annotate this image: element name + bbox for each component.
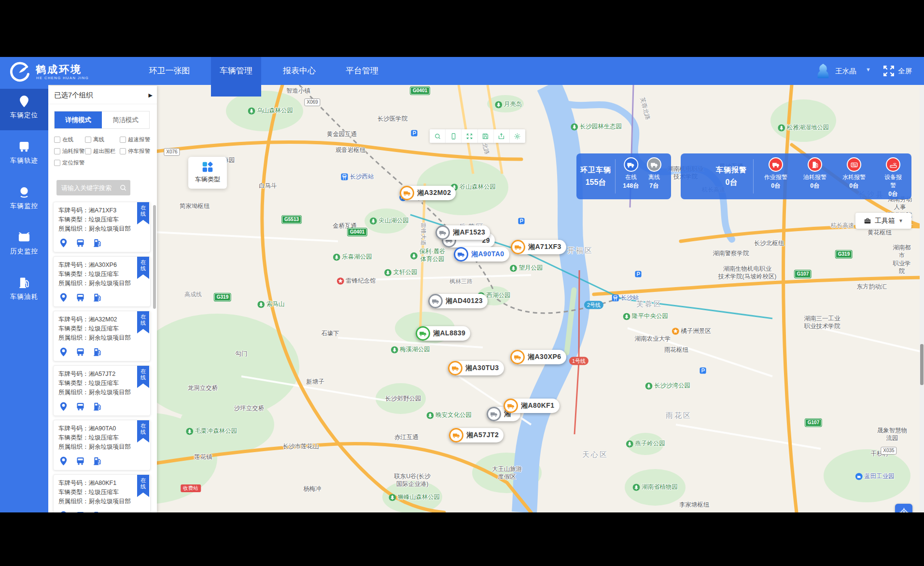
sidebar-item-车辆定位[interactable]: 车辆定位 [0,89,48,130]
vehicle-marker-湘A30TU3[interactable]: 湘A30TU3 [448,361,504,375]
page-scrollbar-thumb[interactable] [920,344,924,385]
card-actions [58,238,102,248]
vehicle-card-湘A90TA0[interactable]: 车牌号码：湘A90TA0车辆类型：垃圾压缩车所属组织：厨余垃圾项目部在 线 [53,420,151,470]
card-actions [58,347,102,357]
map-canvas[interactable]: 智造小镇X069G0401G0401乌山森林公园长沙医学院黄金园互通月亮岛银星湾… [46,85,924,512]
track-icon[interactable] [75,347,85,357]
vehicle-type-button[interactable]: 车辆类型 [188,157,227,189]
export-icon[interactable] [494,129,510,143]
locate-icon[interactable] [58,401,69,412]
track-icon[interactable] [75,401,85,412]
vehicle-marker-湘A80KF1[interactable]: 湘A80KF1 [504,399,560,413]
nav-tab-2[interactable]: 车辆管理 [211,57,261,97]
mobile-icon[interactable] [446,129,462,143]
checkbox[interactable] [120,148,126,154]
fuel-icon[interactable] [92,511,102,512]
expand-icon[interactable] [462,129,477,143]
vehicle-marker-湘AL8839[interactable]: 湘AL8839 [416,326,470,341]
fuel-icon[interactable] [92,456,102,466]
checkbox[interactable] [85,148,91,154]
checkbox[interactable] [85,137,91,143]
fuel-icon[interactable] [92,238,102,248]
magnifier-icon[interactable] [430,129,446,143]
locate-icon[interactable] [58,511,69,512]
search-input[interactable]: 请输入关键字搜索 [61,184,117,193]
settings-icon[interactable] [510,129,525,143]
locate-icon[interactable] [58,238,69,248]
fuel-icon[interactable] [92,347,102,357]
card-row: 所属组织：厨余垃圾项目部 [54,279,150,288]
tab-详情模式[interactable]: 详情模式 [55,111,102,128]
vehicle-marker-湘AF1523[interactable]: 湘AF1523 [435,225,490,240]
filter-checkbox-油耗报警[interactable]: 油耗报警 [54,148,85,155]
vehicle-marker-湘A71XF3[interactable]: 湘A71XF3 [511,240,566,254]
org-selector[interactable]: 已选7个组织 ▶ [48,86,157,104]
search-box[interactable]: 请输入关键字搜索 [56,180,130,195]
vehicle-marker-湘A32M02[interactable]: 湘A32M02 [400,186,456,200]
tree-icon [333,253,340,261]
org-expand-icon[interactable]: ▶ [149,86,153,104]
track-icon[interactable] [75,511,85,512]
map-label-park: 晚安文化公园 [426,412,472,419]
poi-text: 乌山森林公园 [257,107,293,115]
vehicle-marker-湘A57JT2[interactable]: 湘A57JT2 [449,428,504,442]
sidebar-item-车辆监控[interactable]: 车辆监控 [0,179,48,221]
vehicle-card-湘A80KF1[interactable]: 车牌号码：湘A80KF1车辆类型：垃圾压缩车所属组织：厨余垃圾项目部在 线 [53,474,151,512]
user-avatar[interactable] [815,63,831,79]
save-icon[interactable] [478,129,494,143]
fuel-icon[interactable] [92,292,102,303]
map-label-park: 文轩公园 [384,269,418,276]
filter-label: 停车报警 [128,148,150,155]
locate-icon[interactable] [58,292,69,303]
alarm-count: 0台 [842,182,866,190]
vehicle-marker-湘AD40123[interactable]: 湘AD40123 [428,294,488,308]
locate-icon[interactable] [58,347,69,357]
vehicle-card-湘A57JT2[interactable]: 车牌号码：湘A57JT2车辆类型：垃圾压缩车所属组织：厨余垃圾项目部在 线 [53,365,151,416]
page-scrollbar[interactable] [920,85,924,512]
filter-checkbox-超速报警[interactable]: 超速报警 [120,136,151,143]
map-label-road: 高成线 [184,290,202,299]
map-label-place: 湖南都市 职业学院 [891,244,913,275]
track-icon[interactable] [75,292,85,303]
locate-button[interactable] [895,504,912,512]
checkbox[interactable] [120,137,126,143]
sidebar-item-车辆轨迹[interactable]: 车辆轨迹 [0,134,48,176]
fuel-icon[interactable] [92,401,102,412]
tab-简洁模式[interactable]: 简洁模式 [102,111,149,128]
user-menu-caret-icon[interactable]: ▼ [866,67,871,72]
fullscreen-label[interactable]: 全屏 [898,67,912,76]
filter-checkbox-定位报警[interactable]: 定位报警 [54,159,85,166]
nav-tab-3[interactable]: 报表中心 [274,57,324,85]
sidebar-item-车辆油耗[interactable]: 车辆油耗 [0,270,48,312]
search-icon[interactable] [119,184,127,192]
vehicle-marker-湘A30XP6[interactable]: 湘A30XP6 [510,350,566,364]
vehicle-marker-湘A90TA0[interactable]: 湘A90TA0 [454,247,509,262]
track-icon[interactable] [75,238,85,248]
filter-label: 离线 [93,136,104,143]
parking-icon [635,271,642,278]
map-label-place: 莲花镇 [194,453,212,461]
tree-icon [410,252,418,260]
checkbox[interactable] [54,148,60,154]
fullscreen-icon[interactable] [882,65,895,77]
panel-scrollbar[interactable] [153,205,156,309]
vehicle-card-湘A30XP6[interactable]: 车牌号码：湘A30XP6车辆类型：垃圾压缩车所属组织：厨余垃圾项目部在 线 [53,256,151,307]
card-actions [58,401,102,412]
locate-icon[interactable] [58,456,69,466]
filter-checkbox-停车报警[interactable]: 停车报警 [120,148,151,155]
railsq-icon [612,294,619,302]
nav-tab-4[interactable]: 平台管理 [337,57,387,85]
checkbox[interactable] [54,160,60,166]
track-icon[interactable] [75,456,85,466]
vehicle-card-湘A32M02[interactable]: 车牌号码：湘A32M02车辆类型：垃圾压缩车所属组织：厨余垃圾项目部在 线 [53,311,151,361]
user-name[interactable]: 王水晶 [835,67,856,76]
filter-checkbox-在线[interactable]: 在线 [54,136,85,143]
checkbox[interactable] [54,137,60,143]
nav-tab-1[interactable]: 环卫一张图 [140,57,199,85]
filter-checkbox-离线[interactable]: 离线 [85,136,120,143]
sidebar-item-历史监控[interactable]: 历史监控 [0,225,48,266]
filter-checkbox-超出围栏[interactable]: 超出围栏 [85,148,120,155]
toolbox-button[interactable]: 工具箱 ▼ [855,213,911,229]
vehicle-card-湘A71XF3[interactable]: 车牌号码：湘A71XF3车辆类型：垃圾压缩车所属组织：厨余垃圾项目部在 线 [53,202,151,252]
bluedot-icon [855,472,863,480]
